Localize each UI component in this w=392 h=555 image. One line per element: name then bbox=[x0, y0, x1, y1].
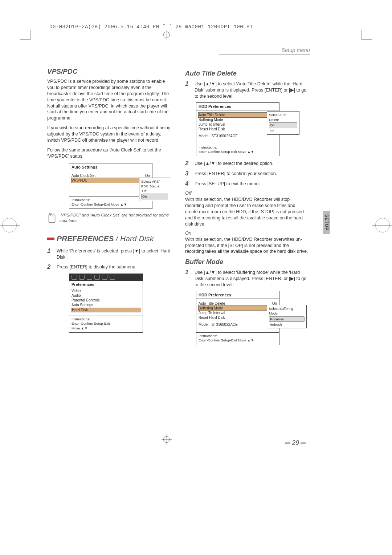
registration-mark-icon bbox=[162, 30, 172, 40]
osd-small-icon bbox=[87, 275, 92, 280]
registration-mark-icon bbox=[2, 218, 17, 232]
page-number-dash-icon bbox=[285, 442, 290, 444]
step-text: Press [ENTER] to confirm your selection. bbox=[195, 170, 309, 177]
osd-instructions-text: Enter-Confirm Setup-Exit Move ▲▼ bbox=[199, 150, 277, 154]
header-setup-menu: Setup menu bbox=[282, 47, 310, 53]
vps-paragraph-3: Follow the same procedure as ‘Auto Clock… bbox=[47, 147, 171, 159]
step-text: Use [▲/▼] to select ‘Buffering Mode’ whi… bbox=[195, 269, 309, 288]
heading-buffer-mode: Buffer Mode bbox=[185, 258, 309, 266]
osd-list-item: Parental Controls bbox=[72, 298, 140, 303]
subheading-on: On bbox=[185, 230, 309, 236]
crop-mark bbox=[362, 39, 372, 40]
section-red-dash-icon bbox=[47, 238, 54, 240]
osd-list-item: Video bbox=[72, 288, 140, 293]
page-number-dash-icon bbox=[301, 442, 306, 444]
osd-small-icon bbox=[110, 275, 115, 280]
osd-list-item-selected: Hard Disk bbox=[71, 308, 141, 312]
step-number: 2 bbox=[47, 263, 53, 271]
osd-title: Auto Settings bbox=[69, 163, 152, 171]
note-icon bbox=[47, 212, 57, 223]
osd-small-icon bbox=[79, 275, 85, 280]
osd-instructions-label: Instructions: bbox=[72, 317, 140, 321]
osd-row-label: Reset Hard Disk bbox=[199, 127, 225, 131]
osd-small-icon bbox=[72, 275, 77, 280]
section-title-strong: PREFERENCES bbox=[57, 234, 114, 243]
svg-rect-0 bbox=[49, 215, 55, 223]
registration-mark-icon bbox=[375, 218, 390, 232]
osd-row-value: On bbox=[145, 174, 150, 178]
osd-instructions-text: Enter-Confirm Setup-Exit bbox=[72, 321, 140, 326]
osd-auto-settings: Auto Settings Auto Clock SetOn VPS/PDC S… bbox=[69, 163, 152, 209]
osd-instructions-label: Instructions: bbox=[72, 198, 150, 202]
step-row: 2 Press [ENTER] to display the submenu. bbox=[47, 263, 171, 271]
osd-instructions-text: Move ▲▼ bbox=[72, 326, 140, 331]
popup-option-on: On bbox=[141, 194, 168, 199]
heading-vps-pdc: VPS/PDC bbox=[47, 68, 171, 76]
step-text: Press [SETUP] to exit the menu. bbox=[195, 180, 309, 187]
popup-option-on: On bbox=[269, 129, 297, 133]
osd-title: HDD Preferences bbox=[196, 291, 279, 299]
step-number: 2 bbox=[185, 160, 191, 167]
step-text: Use [▲/▼] to select the desired option. bbox=[195, 160, 309, 167]
crop-mark bbox=[30, 30, 31, 40]
osd-instructions-text: Enter-Confirm Setup-Exit Move ▲▼ bbox=[72, 202, 150, 207]
crop-mark bbox=[20, 39, 30, 40]
popup-title: Select VPS/ PDC Status bbox=[141, 179, 168, 189]
osd-title: HDD Preferences bbox=[196, 103, 279, 110]
step-number: 4 bbox=[185, 180, 191, 187]
popup-option-preserve: Preserve bbox=[269, 316, 305, 322]
osd-row-label: Auto Clock Set bbox=[72, 174, 95, 178]
section-heading-preferences: PREFERENCES / Hard Disk bbox=[47, 234, 171, 243]
step-number: 1 bbox=[47, 247, 53, 260]
osd-preferences: Preferences Video Audio Parental Control… bbox=[69, 274, 143, 333]
popup-option-refresh: Refresh bbox=[269, 322, 305, 327]
note-text: “VPS/PDC” and “Auto Clock Set” are not p… bbox=[60, 212, 171, 223]
on-paragraph: With this selection, the HDD/DVD Recorde… bbox=[185, 236, 309, 255]
vps-paragraph-2: If you wish to start recording at a spec… bbox=[47, 125, 171, 143]
popup-title: Select Auto Delete bbox=[269, 113, 297, 122]
osd-icon-row bbox=[69, 274, 143, 281]
osd-instructions-text: Enter-Confirm Setup-Exit Move ▲▼ bbox=[199, 338, 277, 343]
osd-model-label: Model : ST3160022ACE bbox=[199, 323, 238, 327]
osd-hdd-prefs-2: HDD Preferences Auto Title DeleteOn Buff… bbox=[196, 291, 279, 345]
left-column: VPS/PDC VPS/PDC is a service provided by… bbox=[47, 68, 171, 335]
osd-small-icon bbox=[94, 275, 100, 280]
osd-row-label: Auto Title Delete bbox=[199, 113, 225, 117]
popup-title: Select Buffering Mode bbox=[269, 306, 305, 316]
osd-small-icon bbox=[102, 275, 107, 280]
osd-instructions-label: Instructions: bbox=[199, 334, 277, 338]
page-number: 29 bbox=[284, 439, 307, 447]
heading-auto-title-delete: Auto Title Delete bbox=[185, 70, 309, 77]
off-paragraph: With this selection, the HDD/DVD Recorde… bbox=[185, 197, 309, 227]
crop-mark bbox=[361, 30, 362, 40]
header-bar: Setup menu bbox=[219, 47, 310, 55]
step-text: Press [ENTER] to display the submenu. bbox=[57, 263, 171, 271]
popup-option-off: Off bbox=[269, 122, 297, 128]
osd-list-item: Audio bbox=[72, 293, 140, 298]
osd-row-label: Jump To Interval bbox=[199, 122, 225, 126]
page-content: Setup menu SETUP VPS/PDC VPS/PDC is a se… bbox=[47, 47, 345, 447]
subheading-off: Off bbox=[185, 190, 309, 196]
osd-title: Preferences bbox=[69, 281, 143, 288]
note-block: “VPS/PDC” and “Auto Clock Set” are not p… bbox=[47, 212, 171, 223]
osd-row-label: Buffering Mode bbox=[199, 118, 223, 122]
osd-list-item: Auto Settings bbox=[72, 303, 140, 307]
step-text: Use [▲/▼] to select ‘Auto Title Delete’ … bbox=[195, 80, 309, 100]
step-text: While ‘Preferences’ is selected, press [… bbox=[57, 247, 171, 260]
step-number: 3 bbox=[185, 170, 191, 177]
vps-paragraph-1: VPS/PDC is a service provided by some st… bbox=[47, 78, 171, 121]
section-tab-setup: SETUP bbox=[323, 211, 330, 234]
osd-row-label: Reset Hard Disk bbox=[199, 316, 225, 320]
section-title-thin: / Hard Disk bbox=[114, 234, 154, 243]
step-row: 1 While ‘Preferences’ is selected, press… bbox=[47, 247, 171, 260]
step-number: 1 bbox=[185, 269, 191, 288]
osd-row-label: Jump To Interval bbox=[199, 311, 225, 315]
osd-row-label: Buffering Mode bbox=[199, 306, 223, 310]
right-column: Auto Title Delete 1Use [▲/▼] to select ‘… bbox=[185, 68, 309, 349]
osd-row-label: Auto Title Delete bbox=[199, 301, 225, 305]
step-number: 1 bbox=[185, 80, 191, 100]
osd-model-label: Model : ST3160022ACE bbox=[199, 134, 238, 138]
osd-hdd-prefs-1: HDD Preferences Auto Title DeleteOn Buff… bbox=[196, 102, 279, 157]
osd-row-label: VPS/PDC bbox=[72, 178, 87, 182]
popup-option-off: Off bbox=[141, 189, 168, 193]
